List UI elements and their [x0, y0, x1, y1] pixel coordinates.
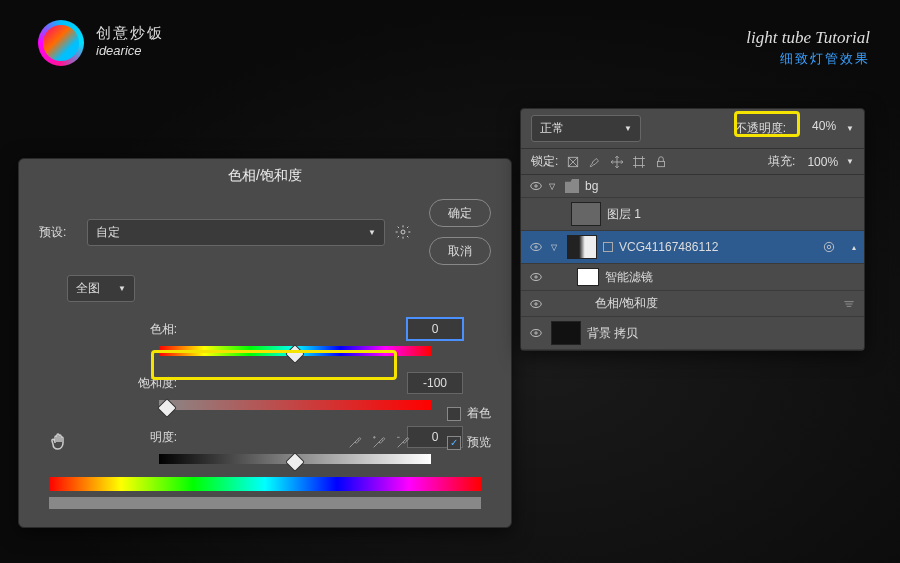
eyedropper-icon[interactable] — [347, 434, 363, 453]
fill-label: 填充: — [768, 153, 795, 170]
twirl-down-icon[interactable]: ▽ — [551, 243, 561, 252]
opacity-label: 不透明度: — [735, 120, 786, 137]
visibility-icon[interactable] — [529, 297, 543, 311]
hand-scrubber-icon[interactable] — [47, 431, 71, 455]
tutorial-cn: 细致灯管效果 — [746, 50, 870, 68]
hue-slider[interactable] — [159, 346, 431, 360]
chevron-down-icon[interactable]: ▼ — [846, 157, 854, 166]
layer-thumb — [551, 321, 581, 345]
cancel-button[interactable]: 取消 — [429, 237, 491, 265]
hue-label: 色相: — [67, 321, 197, 338]
preview-label: 预览 — [467, 434, 491, 451]
filter-row[interactable]: 色相/饱和度 — [521, 291, 864, 317]
chevron-up-icon[interactable]: ▴ — [852, 243, 856, 252]
preset-label: 预设: — [39, 224, 77, 241]
twirl-down-icon[interactable]: ▽ — [549, 182, 559, 191]
brand-text: 创意炒饭 idearice — [96, 24, 164, 60]
layer-row-selected[interactable]: ▽ VCG41167486112 ▴ — [521, 231, 864, 264]
svg-point-5 — [535, 185, 537, 187]
master-select[interactable]: 全图 ▼ — [67, 275, 135, 302]
lock-icon[interactable] — [654, 155, 668, 169]
lock-label: 锁定: — [531, 153, 558, 170]
brand-en: idearice — [96, 42, 164, 60]
layer-group-row[interactable]: ▽ bg — [521, 175, 864, 198]
svg-rect-3 — [658, 161, 665, 166]
colorize-label: 着色 — [467, 405, 491, 422]
filter-mask-thumb — [577, 268, 599, 286]
layer-name: VCG41167486112 — [619, 240, 856, 254]
move-icon[interactable] — [610, 155, 624, 169]
layer-name: 背景 拷贝 — [587, 325, 856, 342]
eyedropper-minus-icon[interactable] — [395, 434, 411, 453]
smart-object-icon — [822, 240, 836, 254]
svg-point-14 — [531, 330, 542, 337]
dialog-title: 色相/饱和度 — [19, 159, 511, 193]
layer-name: bg — [585, 179, 856, 193]
visibility-icon[interactable] — [529, 240, 543, 254]
visibility-icon[interactable] — [529, 326, 543, 340]
svg-rect-2 — [636, 158, 643, 165]
brand-logo — [38, 20, 84, 66]
opacity-input[interactable]: 40% — [794, 119, 838, 139]
chevron-down-icon: ▼ — [368, 228, 376, 237]
svg-point-9 — [827, 245, 831, 249]
visibility-icon[interactable] — [529, 270, 543, 284]
layer-thumb — [571, 202, 601, 226]
chevron-down-icon[interactable]: ▼ — [846, 124, 854, 133]
tutorial-title: light tube Tutorial 细致灯管效果 — [746, 28, 870, 68]
chevron-down-icon: ▼ — [118, 284, 126, 293]
blend-value: 正常 — [540, 120, 564, 137]
tutorial-en: light tube Tutorial — [746, 28, 870, 48]
checkbox-icon — [447, 407, 461, 421]
colorize-checkbox[interactable]: 着色 — [447, 405, 491, 422]
svg-point-4 — [531, 183, 542, 190]
fill-input[interactable]: 100% — [807, 155, 838, 169]
lock-transparency-icon[interactable] — [566, 155, 580, 169]
filter-options-icon[interactable] — [842, 297, 856, 311]
chevron-down-icon: ▼ — [624, 124, 632, 133]
svg-point-13 — [535, 302, 537, 304]
light-slider[interactable] — [159, 454, 431, 468]
gray-strip — [49, 497, 481, 509]
sat-input[interactable]: -100 — [407, 372, 463, 394]
hue-strip — [49, 477, 481, 491]
svg-point-0 — [401, 230, 405, 234]
eyedropper-plus-icon[interactable] — [371, 434, 387, 453]
visibility-icon[interactable] — [529, 179, 543, 193]
eyedropper-group — [347, 434, 411, 453]
layer-thumb — [567, 235, 597, 259]
hue-input[interactable]: 0 — [407, 318, 463, 340]
brand-cn: 创意炒饭 — [96, 24, 164, 42]
folder-icon — [565, 179, 579, 193]
sat-slider[interactable] — [159, 400, 431, 414]
filter-name: 色相/饱和度 — [595, 295, 856, 312]
svg-point-10 — [531, 274, 542, 281]
layer-row[interactable]: 图层 1 — [521, 198, 864, 231]
blend-mode-select[interactable]: 正常 ▼ — [531, 115, 641, 142]
light-label: 明度: — [67, 429, 197, 446]
layers-panel: 正常 ▼ 不透明度: 40% ▼ 锁定: 填充: 100% ▼ ▽ bg 图层 … — [520, 108, 865, 351]
preset-value: 自定 — [96, 224, 120, 241]
svg-point-12 — [531, 300, 542, 307]
svg-point-8 — [824, 242, 833, 251]
brush-icon[interactable] — [588, 155, 602, 169]
sat-label: 饱和度: — [67, 375, 197, 392]
artboard-icon[interactable] — [632, 155, 646, 169]
smart-filters-row[interactable]: 智能滤镜 — [521, 264, 864, 291]
smart-object-badge — [603, 242, 613, 252]
preset-select[interactable]: 自定 ▼ — [87, 219, 385, 246]
svg-point-6 — [531, 244, 542, 251]
layer-row[interactable]: 背景 拷贝 — [521, 317, 864, 350]
ok-button[interactable]: 确定 — [429, 199, 491, 227]
checkbox-checked-icon — [447, 436, 461, 450]
svg-point-11 — [535, 276, 537, 278]
svg-point-15 — [535, 332, 537, 334]
hue-sat-dialog: 色相/饱和度 预设: 自定 ▼ 确定 取消 全图 ▼ 色相: 0 饱和度: -1… — [18, 158, 512, 528]
layer-name: 图层 1 — [607, 206, 856, 223]
preview-checkbox[interactable]: 预览 — [447, 434, 491, 451]
svg-point-7 — [535, 246, 537, 248]
smart-filters-label: 智能滤镜 — [605, 269, 856, 286]
master-value: 全图 — [76, 280, 100, 297]
gear-icon[interactable] — [395, 224, 411, 240]
